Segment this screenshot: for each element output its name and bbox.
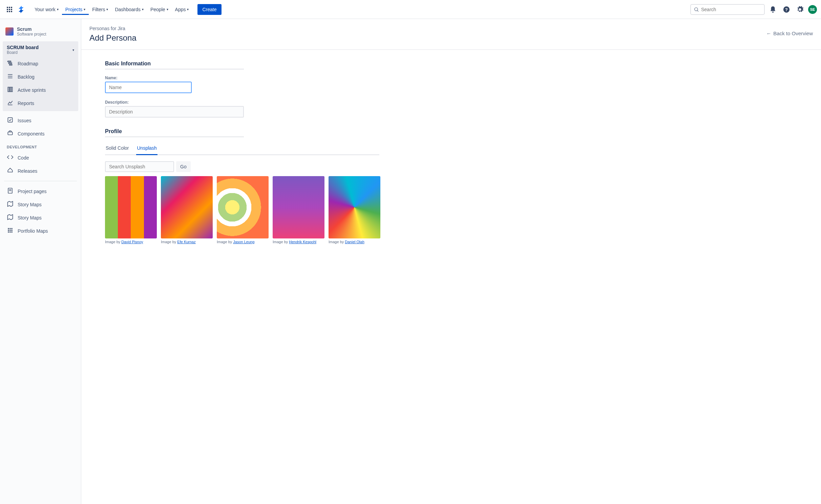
sidebar-item-label: Code	[18, 155, 29, 161]
active-sprints-icon	[7, 86, 14, 94]
image-card: Image by Hendrik Kespohl	[273, 176, 324, 244]
nav-filters[interactable]: Filters▾	[89, 4, 111, 15]
image-credit: Image by Daniel Olah	[329, 240, 380, 244]
image-thumbnail[interactable]	[273, 176, 324, 238]
nav-dashboards[interactable]: Dashboards▾	[111, 4, 147, 15]
svg-marker-19	[8, 202, 13, 207]
profile-tabs: Solid ColorUnsplash	[105, 143, 379, 155]
image-card: Image by Efe Kurnaz	[161, 176, 213, 244]
svg-point-0	[695, 7, 698, 10]
project-name: Scrum	[17, 26, 46, 32]
app-switcher-icon[interactable]	[4, 4, 15, 15]
board-subtitle: Board	[7, 50, 39, 55]
sidebar-item-story-maps[interactable]: Story Maps	[3, 211, 78, 224]
project-pages-icon	[7, 187, 14, 195]
chevron-down-icon: ▾	[167, 7, 168, 11]
chevron-down-icon: ▾	[57, 7, 59, 11]
image-author-link[interactable]: Jason Leung	[233, 240, 254, 244]
search-input[interactable]	[701, 7, 761, 12]
sidebar-item-label: Components	[18, 131, 44, 136]
breadcrumb[interactable]: Personas for Jira	[89, 26, 136, 31]
svg-rect-27	[8, 231, 9, 232]
svg-rect-10	[8, 87, 9, 91]
chevron-down-icon: ▾	[142, 7, 144, 11]
sidebar-item-components[interactable]: Components	[3, 127, 78, 140]
issues-icon	[7, 117, 14, 124]
svg-rect-6	[9, 64, 12, 65]
sidebar-item-issues[interactable]: Issues	[3, 114, 78, 127]
nav-projects[interactable]: Projects▾	[62, 4, 89, 15]
notifications-icon[interactable]	[767, 4, 778, 15]
svg-rect-28	[9, 231, 10, 232]
sidebar-divider	[4, 181, 77, 181]
settings-icon[interactable]	[795, 4, 805, 15]
components-icon	[7, 130, 14, 138]
board-selector[interactable]: SCRUM board Board ▾	[3, 43, 78, 57]
chevron-down-icon: ▾	[84, 7, 85, 11]
sidebar-item-label: Reports	[18, 101, 34, 106]
sidebar-item-story-maps[interactable]: Story Maps	[3, 198, 78, 211]
sidebar-item-label: Issues	[18, 118, 31, 123]
go-button[interactable]: Go	[176, 161, 191, 172]
image-thumbnail[interactable]	[105, 176, 157, 238]
svg-rect-5	[8, 63, 12, 64]
backlog-icon	[7, 73, 14, 81]
svg-line-1	[697, 10, 698, 11]
image-author-link[interactable]: Hendrik Kespohl	[289, 240, 316, 244]
project-header[interactable]: Scrum Software project	[3, 24, 78, 39]
svg-rect-12	[11, 87, 12, 91]
story-maps-icon	[7, 214, 14, 222]
svg-rect-23	[11, 228, 12, 229]
unsplash-search-input[interactable]	[105, 161, 174, 172]
svg-rect-21	[8, 228, 9, 229]
page-title: Add Persona	[89, 33, 136, 43]
sidebar-item-code[interactable]: Code	[3, 151, 78, 164]
sidebar-item-label: Backlog	[18, 74, 35, 80]
svg-rect-24	[8, 230, 9, 231]
sidebar-item-releases[interactable]: Releases	[3, 164, 78, 177]
description-input[interactable]	[105, 106, 244, 118]
global-search[interactable]	[690, 4, 765, 15]
sidebar-item-label: Roadmap	[18, 61, 38, 66]
sidebar: Scrum Software project SCRUM board Board…	[0, 19, 81, 504]
image-thumbnail[interactable]	[161, 176, 213, 238]
sidebar-item-label: Story Maps	[18, 202, 42, 207]
back-label: Back to Overview	[773, 30, 813, 36]
user-avatar[interactable]: SE	[808, 5, 817, 14]
create-button[interactable]: Create	[197, 4, 221, 15]
sidebar-item-project-pages[interactable]: Project pages	[3, 185, 78, 198]
image-author-link[interactable]: Efe Kurnaz	[177, 240, 195, 244]
help-icon[interactable]: ?	[781, 4, 792, 15]
svg-rect-4	[8, 61, 11, 62]
nav-people[interactable]: People▾	[147, 4, 172, 15]
nav-your-work[interactable]: Your work▾	[31, 4, 62, 15]
svg-rect-22	[9, 228, 10, 229]
board-title: SCRUM board	[7, 45, 39, 50]
development-section-label: DEVELOPMENT	[3, 141, 78, 150]
image-author-link[interactable]: Daniel Olah	[345, 240, 364, 244]
tab-unsplash[interactable]: Unsplash	[136, 143, 157, 155]
project-type: Software project	[17, 32, 46, 37]
image-thumbnail[interactable]	[217, 176, 269, 238]
tab-solid-color[interactable]: Solid Color	[105, 143, 129, 155]
portfolio-maps-icon	[7, 227, 14, 235]
name-label: Name:	[105, 76, 378, 80]
image-thumbnail[interactable]	[329, 176, 380, 238]
sidebar-item-active-sprints[interactable]: Active sprints	[3, 83, 78, 97]
name-input[interactable]	[105, 82, 192, 93]
chevron-down-icon: ▾	[187, 7, 189, 11]
sidebar-item-reports[interactable]: Reports	[3, 97, 78, 110]
sidebar-item-backlog[interactable]: Backlog	[3, 70, 78, 83]
nav-apps[interactable]: Apps▾	[172, 4, 192, 15]
description-label: Description:	[105, 100, 378, 105]
image-credit: Image by Jason Leung	[217, 240, 269, 244]
profile-heading: Profile	[105, 128, 244, 137]
chevron-down-icon: ▾	[106, 7, 108, 11]
jira-logo-icon[interactable]	[16, 4, 27, 15]
basic-information-heading: Basic Information	[105, 61, 244, 69]
sidebar-item-portfolio-maps[interactable]: Portfolio Maps	[3, 224, 78, 237]
sidebar-item-roadmap[interactable]: Roadmap	[3, 57, 78, 70]
back-to-overview-link[interactable]: ← Back to Overview	[766, 26, 813, 36]
image-author-link[interactable]: David Pisnoy	[121, 240, 143, 244]
svg-rect-14	[8, 118, 12, 122]
